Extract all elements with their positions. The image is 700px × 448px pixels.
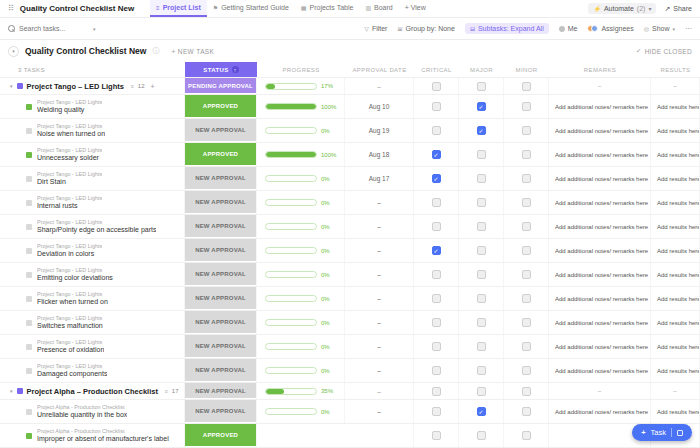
task-title[interactable]: Deviation in colors (37, 250, 102, 259)
status-cell[interactable]: NEW APPROVAL (185, 119, 257, 142)
task-breadcrumb[interactable]: Project Tango - LED Lights (37, 267, 113, 274)
status-cell[interactable]: NEW APPROVAL (185, 335, 257, 358)
remarks-cell[interactable]: Add additional notes/ remarks here (549, 143, 651, 166)
app-grid-icon[interactable]: ⠿ (8, 4, 14, 13)
group-by-button[interactable]: ⊞ Group by: None (397, 25, 454, 32)
task-breadcrumb[interactable]: Project Tango - LED Lights (37, 195, 102, 202)
status-cell[interactable]: NEW APPROVAL (185, 167, 257, 190)
major-checkbox[interactable] (477, 246, 486, 255)
approval-date-cell[interactable]: – (345, 335, 414, 358)
results-cell[interactable]: Add results here (651, 239, 700, 262)
major-checkbox[interactable] (477, 198, 486, 207)
minor-checkbox[interactable] (522, 102, 531, 111)
major-checkbox[interactable] (477, 431, 486, 440)
critical-checkbox[interactable] (432, 407, 441, 416)
task-breadcrumb[interactable]: Project Tango - LED Lights (37, 219, 156, 226)
critical-checkbox[interactable] (432, 102, 441, 111)
results-cell[interactable]: Add results here (651, 95, 700, 118)
results-cell[interactable]: Add results here (651, 215, 700, 238)
minor-checkbox[interactable] (522, 198, 531, 207)
collapse-list-button[interactable]: ▾ (8, 46, 19, 57)
task-title[interactable]: Sharp/Pointy edge on accessible parts (37, 226, 156, 235)
show-button[interactable]: ◎ Show ▾ (644, 25, 675, 32)
task-title[interactable]: Unnecessary solder (37, 154, 102, 163)
major-checkbox[interactable] (477, 318, 486, 327)
task-title[interactable]: Flicker when turned on (37, 298, 108, 307)
expand-icon[interactable] (677, 430, 683, 436)
results-cell[interactable]: Add results here (651, 143, 700, 166)
results-cell[interactable]: Add results here (651, 359, 700, 382)
remarks-cell[interactable]: Add additional notes/ remarks here (549, 215, 651, 238)
task-title[interactable]: Emitting color deviations (37, 274, 113, 283)
results-cell[interactable]: – (651, 78, 700, 94)
group-title[interactable]: Project Tango – LED Lights (27, 82, 124, 91)
major-checkbox[interactable] (477, 126, 486, 135)
status-cell[interactable]: APPROVED (185, 424, 257, 447)
task-row[interactable]: Project Tango - LED Lights Flicker when … (0, 287, 700, 311)
status-cell[interactable]: APPROVED (185, 143, 257, 166)
remarks-cell[interactable]: Add additional notes/ remarks here (549, 311, 651, 334)
critical-checkbox[interactable] (432, 126, 441, 135)
critical-checkbox[interactable] (432, 270, 441, 279)
tab-projects-table[interactable]: ▦ Projects Table (295, 0, 360, 17)
critical-checkbox[interactable] (432, 174, 441, 183)
status-cell[interactable]: NEW APPROVAL (185, 215, 257, 238)
search-input[interactable] (19, 25, 89, 32)
approval-date-cell[interactable]: – (345, 191, 414, 214)
task-breadcrumb[interactable]: Project Tango - LED Lights (37, 315, 103, 322)
remarks-column-header[interactable]: REMARKS (549, 62, 651, 77)
minor-checkbox[interactable] (522, 246, 531, 255)
results-cell[interactable]: Add results here (651, 119, 700, 142)
task-breadcrumb[interactable]: Project Tango - LED Lights (37, 363, 107, 370)
critical-checkbox[interactable] (432, 366, 441, 375)
task-row[interactable]: Project Tango - LED Lights Presence of o… (0, 335, 700, 359)
major-checkbox[interactable] (477, 366, 486, 375)
remarks-cell[interactable]: Add additional notes/ remarks here (549, 335, 651, 358)
approval-date-cell[interactable]: – (345, 400, 414, 423)
task-breadcrumb[interactable]: Project Tango - LED Lights (37, 171, 102, 178)
approval-date-cell[interactable]: – (345, 359, 414, 382)
status-cell[interactable]: PENDING APPROVAL (185, 78, 257, 94)
status-cell[interactable]: NEW APPROVAL (185, 263, 257, 286)
critical-checkbox[interactable] (432, 246, 441, 255)
tab-getting-started-guide[interactable]: ⚑ Getting Started Guide (207, 0, 295, 17)
me-filter-button[interactable]: Me (559, 25, 578, 32)
minor-checkbox[interactable] (522, 150, 531, 159)
task-row[interactable]: Project Tango - LED Lights Unnecessary s… (0, 143, 700, 167)
critical-checkbox[interactable] (432, 198, 441, 207)
filter-button[interactable]: ▽ Filter (364, 25, 387, 32)
minor-checkbox[interactable] (522, 174, 531, 183)
minor-checkbox[interactable] (522, 342, 531, 351)
task-breadcrumb[interactable]: Project Alpha - Production Checklist (37, 428, 169, 435)
task-row[interactable]: Project Tango - LED Lights Sharp/Pointy … (0, 215, 700, 239)
approval-date-cell[interactable]: Aug 19 (345, 119, 414, 142)
new-task-button[interactable]: + NEW TASK (171, 48, 214, 55)
major-column-header[interactable]: MAJOR (459, 62, 504, 77)
approval-date-cell[interactable]: Aug 18 (345, 143, 414, 166)
major-checkbox[interactable] (477, 342, 486, 351)
minor-checkbox[interactable] (522, 407, 531, 416)
group-row[interactable]: ▾ Project Tango – LED Lights ≡ 12 + PEND… (0, 78, 700, 95)
critical-checkbox[interactable] (432, 387, 441, 396)
task-title[interactable]: Improper or absent of manufacturer's lab… (37, 435, 169, 444)
critical-checkbox[interactable] (432, 342, 441, 351)
tab-project-list[interactable]: ≡ Project List (150, 0, 207, 17)
results-cell[interactable]: – (651, 383, 700, 399)
task-row[interactable]: Project Tango - LED Lights Deviation in … (0, 239, 700, 263)
results-cell[interactable]: Add results here (651, 335, 700, 358)
task-breadcrumb[interactable]: Project Tango - LED Lights (37, 123, 105, 130)
subtasks-button[interactable]: ⊟ Subtasks: Expand All (465, 23, 549, 34)
critical-checkbox[interactable] (432, 318, 441, 327)
approval-date-cell[interactable]: Aug 10 (345, 95, 414, 118)
major-checkbox[interactable] (477, 82, 486, 91)
approval-date-cell[interactable]: – (345, 287, 414, 310)
task-title[interactable]: Internal rusts (37, 202, 102, 211)
status-cell[interactable]: NEW APPROVAL (185, 191, 257, 214)
minor-checkbox[interactable] (522, 126, 531, 135)
approval-date-column-header[interactable]: APPROVAL DATE (345, 62, 414, 77)
share-button[interactable]: ↗ Share (664, 5, 692, 13)
tab-board[interactable]: ▥ Board (359, 0, 398, 17)
approval-date-cell[interactable]: – (345, 239, 414, 262)
minor-checkbox[interactable] (522, 270, 531, 279)
task-row[interactable]: Project Tango - LED Lights Noise when tu… (0, 119, 700, 143)
